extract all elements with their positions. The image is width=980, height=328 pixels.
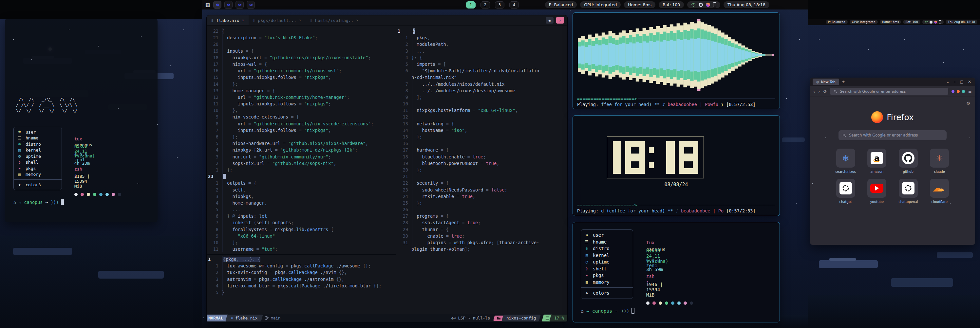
dial-claude[interactable]: ✳claude bbox=[926, 149, 953, 173]
dial-chatgpt[interactable]: chatgpt bbox=[833, 179, 859, 204]
code-pane-iso[interactable]: 1{1 pkgs,2 modulesPath,3 ...4}: {5 impor… bbox=[396, 28, 567, 252]
code-line[interactable]: 8 forAllSystems = nixpkgs.lib.genAttrs [ bbox=[207, 226, 396, 233]
code-line[interactable]: 8 url = "github:nix-community/nix-vscode… bbox=[207, 120, 396, 127]
terminal-window-left[interactable]: /\ /\ _/\_ /\ /\ / /\/ / / __ \ \ \/\ \ … bbox=[5, 19, 158, 222]
gear-icon[interactable]: ⚙ bbox=[966, 101, 970, 106]
close-tab-icon[interactable]: ✕ bbox=[356, 18, 358, 22]
minimize-button[interactable]: – bbox=[954, 79, 956, 84]
code-line[interactable]: 2 self, bbox=[207, 187, 396, 193]
code-line[interactable]: 10 }; bbox=[207, 107, 396, 114]
firefox-window[interactable]: ◍ New Tab + ⌄ – ▢ ✕ ‹ › ⟳ Search with Go… bbox=[810, 78, 975, 245]
color-wheel-icon[interactable] bbox=[934, 21, 937, 24]
launcher-icon[interactable]: ▦ bbox=[205, 2, 210, 8]
code-line[interactable]: 4 firefox-mod-blur = pkgs.callPackage ./… bbox=[207, 282, 396, 289]
close-button[interactable]: ✕ bbox=[968, 79, 971, 84]
tag-2[interactable]: $W bbox=[224, 1, 232, 9]
code-line[interactable]: 5 ... bbox=[207, 206, 396, 213]
menu-icon[interactable]: ≡ bbox=[968, 89, 972, 94]
code-line[interactable]: 30 enable = true; bbox=[396, 233, 567, 239]
code-line[interactable]: plugin thunar-volman]; bbox=[396, 246, 567, 252]
code-line[interactable]: 4 home-manager, bbox=[207, 200, 396, 206]
code-pane-pkgs[interactable]: 1{pkgs, ...}: {1 tux-awesome-wm-config =… bbox=[207, 256, 396, 296]
tab-hosts-isoimage[interactable]: ❄ hosts/isoImag.. ✕ bbox=[305, 15, 363, 25]
visualizer-window[interactable]: =====================> Playing: ffee for… bbox=[573, 13, 780, 109]
code-line[interactable]: 27 programs = { bbox=[396, 213, 567, 219]
code-line[interactable]: 26 bbox=[396, 206, 567, 213]
tag-1[interactable]: $W bbox=[213, 1, 221, 9]
extension-icon[interactable] bbox=[957, 90, 960, 93]
split-separator[interactable] bbox=[207, 254, 396, 255]
code-line[interactable]: 22{ bbox=[207, 28, 396, 34]
code-line[interactable]: 9 ]; bbox=[396, 94, 567, 100]
code-line[interactable]: 16 bbox=[396, 140, 567, 147]
code-line[interactable]: 7 ../../modules/nixos/default.nix bbox=[396, 81, 567, 87]
phone-icon[interactable] bbox=[939, 20, 941, 24]
tag-4[interactable]: $W bbox=[247, 1, 255, 9]
code-line[interactable]: 20 bbox=[207, 41, 396, 48]
code-line[interactable]: 3 nixpkgs, bbox=[207, 193, 396, 200]
code-line[interactable]: n-cd-minimal.nix" bbox=[396, 74, 567, 81]
extension-icon[interactable] bbox=[951, 90, 955, 93]
code-line[interactable]: 10 bbox=[396, 100, 567, 107]
workspace-1[interactable]: 1 bbox=[466, 1, 476, 8]
code-line[interactable]: 1{pkgs, ...}: { bbox=[207, 256, 396, 263]
code-line[interactable]: 11 nixpkgs.hostPlatform = "x86_64-linux"… bbox=[396, 107, 567, 114]
code-line[interactable]: 6 "${modulesPath}/installer/cd-dvd/insta… bbox=[396, 67, 567, 74]
code-line[interactable]: 8 ../../modules/nixos/desktop/awesome bbox=[396, 87, 567, 94]
code-line[interactable]: 5 nixos-hardware.url = "github:nixos/nix… bbox=[207, 140, 396, 147]
shell-prompt[interactable]: ⌂ → canopus ~ ))) bbox=[13, 200, 64, 205]
code-line[interactable]: 1 }; bbox=[207, 166, 396, 173]
code-line[interactable]: 5 imports = [ bbox=[396, 61, 567, 67]
code-line[interactable]: 11 username = "tux"; bbox=[207, 246, 396, 252]
new-tab-button[interactable]: + bbox=[842, 79, 845, 84]
phone-icon[interactable] bbox=[713, 2, 716, 7]
code-line[interactable]: 20 }; bbox=[396, 166, 567, 173]
code-line[interactable]: 15 inputs.nixpkgs.follows = "nixpkgs"; bbox=[207, 74, 396, 81]
code-line[interactable]: 12 url = "github:nix-community/home-mana… bbox=[207, 94, 396, 100]
code-line[interactable]: 22 security = { bbox=[396, 180, 567, 186]
workspace-3[interactable]: 3 bbox=[495, 1, 504, 8]
url-bar[interactable]: Search with Google or enter address bbox=[830, 88, 948, 95]
tag-3[interactable]: $W bbox=[235, 1, 244, 9]
code-line[interactable]: 7 inherit (self) outputs; bbox=[207, 219, 396, 226]
tab-pkgs-default[interactable]: ❄ pkgs/default... ✕ bbox=[248, 15, 305, 25]
extension-icon[interactable] bbox=[962, 90, 965, 93]
code-line[interactable]: 14 hostName = "iso"; bbox=[396, 127, 567, 133]
code-line[interactable]: 9 "x86_64-linux" bbox=[207, 233, 396, 239]
code-line[interactable]: 6 } @ inputs: let bbox=[207, 213, 396, 219]
code-line[interactable]: 4 nixpkgs-f2k.url = "github:moni-dz/nixp… bbox=[207, 147, 396, 153]
code-line[interactable]: 29 thunar = { bbox=[396, 226, 567, 233]
code-line[interactable]: 3 nur.url = "github:nix-community/nur"; bbox=[207, 154, 396, 160]
back-icon[interactable]: ‹ bbox=[813, 89, 815, 94]
forward-icon[interactable]: › bbox=[818, 89, 820, 94]
code-line[interactable]: 28 ssh.startAgent = true; bbox=[396, 219, 567, 226]
terminal-window-fetch[interactable]: ☻user☰hname❆distro▤kernel◷uptime❯shell✦p… bbox=[573, 222, 780, 322]
clock-window[interactable]: 08/08/24 =====================> Playing:… bbox=[573, 115, 780, 216]
code-line[interactable]: 6 }; bbox=[207, 133, 396, 140]
tab-new-tab[interactable]: ◍ New Tab bbox=[813, 79, 839, 85]
code-line[interactable]: 25 }; bbox=[396, 200, 567, 206]
code-line[interactable]: 12 bbox=[396, 114, 567, 120]
tab-flake-nix[interactable]: ❄ flake.nix ✕ bbox=[207, 15, 248, 25]
close-tab-icon[interactable]: ✕ bbox=[299, 18, 301, 22]
toggle-button[interactable]: ◉ bbox=[546, 17, 554, 24]
code-line[interactable]: 19 inputs = { bbox=[207, 48, 396, 54]
search-input[interactable]: Search with Google or enter address bbox=[838, 130, 947, 140]
code-line[interactable]: 7 inputs.nixpkgs.follows = "nixpkgs"; bbox=[207, 127, 396, 133]
code-line[interactable]: 5} bbox=[207, 289, 396, 296]
close-window-button[interactable]: ✕ bbox=[556, 17, 564, 24]
code-line[interactable]: 2 tux-nvim-config = pkgs.callPackage ./n… bbox=[207, 269, 396, 276]
list-tabs-icon[interactable]: ⌄ bbox=[946, 79, 950, 84]
code-line[interactable]: 1 pkgs, bbox=[396, 34, 567, 41]
code-line[interactable]: 9 nix-vscode-extensions = { bbox=[207, 114, 396, 120]
code-line[interactable]: 2 sops-nix.url = "github:Mic92/sops-nix"… bbox=[207, 160, 396, 166]
code-line[interactable]: 1 tux-awesome-wm-config = pkgs.callPacka… bbox=[207, 263, 396, 269]
code-line[interactable]: 31 plugins = with pkgs.xfce; [thunar-arc… bbox=[396, 239, 567, 246]
wifi-icon[interactable] bbox=[924, 21, 928, 24]
dial-youtube[interactable]: youtube bbox=[864, 179, 890, 204]
shell-prompt[interactable]: ⌂ → canopus ~ ))) bbox=[581, 308, 635, 314]
code-line[interactable]: 18 bluetooth.enable = true; bbox=[396, 154, 567, 160]
code-line[interactable]: 21 bbox=[396, 173, 567, 180]
close-tab-icon[interactable]: ✕ bbox=[242, 18, 244, 22]
code-line[interactable]: 24 rtkit.enable = true; bbox=[396, 193, 567, 200]
